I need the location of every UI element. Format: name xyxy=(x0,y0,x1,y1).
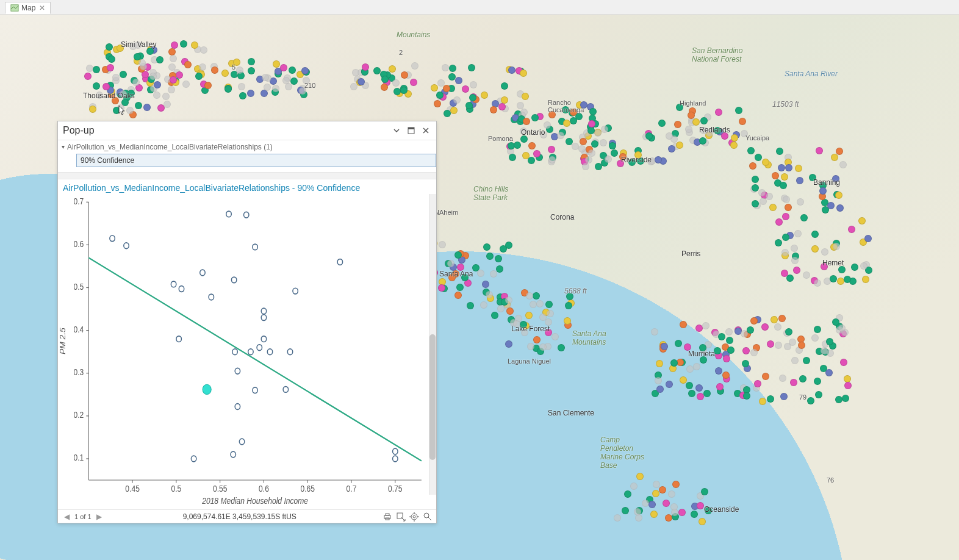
popup-feature-item[interactable]: 90% Confidence xyxy=(76,154,436,167)
map-point[interactable] xyxy=(120,71,127,78)
map-point[interactable] xyxy=(170,55,177,62)
map-point[interactable] xyxy=(703,390,711,397)
map-point[interactable] xyxy=(102,83,110,90)
map-point[interactable] xyxy=(211,66,218,74)
map-point[interactable] xyxy=(674,121,681,128)
map-point[interactable] xyxy=(739,118,746,125)
map-point[interactable] xyxy=(107,64,114,71)
map-point[interactable] xyxy=(821,248,828,256)
map-point[interactable] xyxy=(775,218,783,226)
map-point[interactable] xyxy=(470,81,477,88)
map-point[interactable] xyxy=(790,379,797,386)
map-point[interactable] xyxy=(844,276,851,283)
map-point[interactable] xyxy=(483,243,490,251)
map-point[interactable] xyxy=(530,301,537,308)
select-icon[interactable] xyxy=(396,512,406,522)
map-point[interactable] xyxy=(545,301,553,308)
map-point[interactable] xyxy=(533,292,540,300)
map-point[interactable] xyxy=(509,154,516,161)
map-point[interactable] xyxy=(691,511,698,518)
map-point[interactable] xyxy=(688,112,695,119)
map-point[interactable] xyxy=(381,76,389,83)
map-point[interactable] xyxy=(527,343,534,350)
map-point[interactable] xyxy=(769,204,777,211)
map-point[interactable] xyxy=(750,317,758,325)
map-point[interactable] xyxy=(168,48,176,56)
map-point[interactable] xyxy=(803,357,810,364)
map-point[interactable] xyxy=(699,518,706,525)
map-point[interactable] xyxy=(794,230,802,237)
map-point[interactable] xyxy=(718,333,725,340)
map-point[interactable] xyxy=(695,384,703,392)
map-point[interactable] xyxy=(830,275,837,282)
map-point[interactable] xyxy=(444,110,451,117)
map-point[interactable] xyxy=(735,107,742,114)
tab-map[interactable]: Map ✕ xyxy=(5,2,51,14)
map-point[interactable] xyxy=(191,41,198,49)
map-point[interactable] xyxy=(700,117,708,124)
map-point[interactable] xyxy=(827,202,835,209)
map-point[interactable] xyxy=(531,114,539,121)
map-point[interactable] xyxy=(742,360,749,367)
map-point[interactable] xyxy=(796,177,803,184)
map-point[interactable] xyxy=(501,82,508,90)
map-point[interactable] xyxy=(526,292,533,300)
map-point[interactable] xyxy=(182,81,190,88)
map-point[interactable] xyxy=(663,500,670,507)
map-point[interactable] xyxy=(199,63,206,71)
map-point[interactable] xyxy=(357,78,365,85)
map-point[interactable] xyxy=(393,88,401,95)
map-point[interactable] xyxy=(800,214,808,221)
map-point[interactable] xyxy=(454,251,462,259)
map-point[interactable] xyxy=(89,106,96,113)
map-point[interactable] xyxy=(680,376,687,384)
map-point[interactable] xyxy=(785,164,792,171)
map-point[interactable] xyxy=(755,154,762,161)
map-point[interactable] xyxy=(833,243,840,250)
map-point[interactable] xyxy=(184,61,192,68)
map-point[interactable] xyxy=(836,204,844,212)
map-point[interactable] xyxy=(533,150,541,157)
map-point[interactable] xyxy=(791,257,799,264)
map-point[interactable] xyxy=(814,326,821,333)
map-point[interactable] xyxy=(798,342,805,349)
map-point[interactable] xyxy=(280,64,287,71)
map-point[interactable] xyxy=(816,147,823,154)
map-point[interactable] xyxy=(772,172,779,179)
map-point[interactable] xyxy=(247,90,254,97)
map-point[interactable] xyxy=(264,84,271,91)
map-point[interactable] xyxy=(486,291,493,298)
map-point[interactable] xyxy=(661,343,668,350)
map-point[interactable] xyxy=(665,514,672,522)
map-point[interactable] xyxy=(480,301,487,309)
printer-icon[interactable] xyxy=(383,512,392,522)
map-point[interactable] xyxy=(589,108,597,115)
map-point[interactable] xyxy=(671,509,678,516)
map-point[interactable] xyxy=(780,182,787,189)
map-point[interactable] xyxy=(585,156,592,163)
map-point[interactable] xyxy=(138,59,146,66)
map-point[interactable] xyxy=(807,397,814,404)
map-point[interactable] xyxy=(775,342,782,349)
map-point[interactable] xyxy=(659,486,666,494)
map-point[interactable] xyxy=(762,373,769,380)
popup-layer-name[interactable]: AirPollution_vs_MedianIncome_LocalBivari… xyxy=(58,140,436,153)
map-point[interactable] xyxy=(410,79,417,86)
map-point[interactable] xyxy=(814,279,821,287)
map-point[interactable] xyxy=(454,292,462,299)
map-point[interactable] xyxy=(785,328,792,336)
map-point[interactable] xyxy=(381,84,388,91)
map-point[interactable] xyxy=(844,382,852,389)
map-point[interactable] xyxy=(692,118,700,126)
map-point[interactable] xyxy=(528,142,536,149)
map-point[interactable] xyxy=(789,339,796,346)
map-point[interactable] xyxy=(163,101,171,108)
map-point[interactable] xyxy=(759,398,766,405)
map-point[interactable] xyxy=(762,159,769,166)
map-point[interactable] xyxy=(588,149,595,157)
map-point[interactable] xyxy=(591,140,598,148)
map-point[interactable] xyxy=(582,163,589,170)
map-point[interactable] xyxy=(778,164,785,171)
map-point[interactable] xyxy=(791,245,798,252)
map-point[interactable] xyxy=(766,193,773,200)
